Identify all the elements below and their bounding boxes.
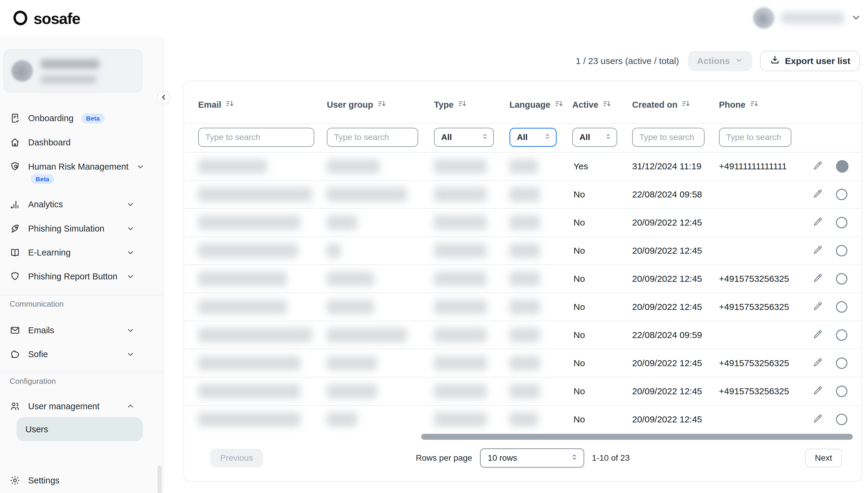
- edit-row-button[interactable]: [811, 273, 824, 285]
- edit-row-button[interactable]: [811, 244, 824, 257]
- table-row[interactable]: No20/09/2022 12:45: [184, 236, 862, 264]
- edit-row-button[interactable]: [811, 357, 824, 369]
- row-select-radio[interactable]: [836, 329, 847, 341]
- column-header-user-group[interactable]: User group: [327, 99, 386, 110]
- previous-page-button[interactable]: Previous: [210, 449, 263, 467]
- chevron-down-icon: [126, 272, 135, 281]
- sidebar-item-e-learning[interactable]: E-Learning: [0, 243, 163, 262]
- rows-per-page-select[interactable]: 10 rows: [480, 448, 584, 468]
- row-select-radio[interactable]: [836, 189, 847, 200]
- chevron-down-icon: [136, 163, 145, 171]
- edit-row-button[interactable]: [811, 188, 824, 201]
- sidebar-scrollbar-thumb[interactable]: [157, 466, 162, 493]
- table-row[interactable]: No20/09/2022 12:45: [184, 208, 862, 236]
- sort-icon[interactable]: [681, 99, 691, 110]
- redacted-cell: [198, 300, 287, 314]
- redacted-cell: [434, 215, 487, 230]
- redacted-cell: [434, 187, 487, 201]
- redacted-cell: [327, 384, 377, 399]
- sort-icon[interactable]: [750, 99, 759, 110]
- row-select-radio[interactable]: [836, 301, 847, 313]
- company-card[interactable]: [4, 49, 142, 93]
- row-select-radio[interactable]: [836, 414, 847, 425]
- redacted-cell: [434, 300, 487, 314]
- column-header-language[interactable]: Language: [509, 99, 564, 110]
- column-header-label: Language: [509, 100, 550, 110]
- table-row[interactable]: No20/09/2022 12:45+4915753256325: [184, 377, 862, 405]
- filter-email-input[interactable]: [198, 128, 314, 147]
- table-header-divider: [184, 123, 862, 124]
- table-row[interactable]: No20/09/2022 12:45+4915753256325: [184, 349, 862, 377]
- edit-row-button[interactable]: [811, 216, 824, 229]
- table-row[interactable]: No20/09/2022 12:45: [184, 405, 862, 433]
- edit-row-button[interactable]: [811, 301, 824, 313]
- table-row[interactable]: No20/09/2022 12:45+4915753256325: [184, 293, 862, 321]
- edit-row-button[interactable]: [811, 385, 824, 398]
- horizontal-scrollbar-thumb[interactable]: [421, 434, 853, 440]
- row-select-radio[interactable]: [836, 217, 847, 228]
- export-user-list-button[interactable]: Export user list: [760, 51, 860, 71]
- filter-active-select[interactable]: All: [572, 128, 617, 147]
- actions-button[interactable]: Actions: [688, 51, 752, 71]
- select-updown-icon: [571, 453, 578, 463]
- edit-row-button[interactable]: [811, 329, 824, 341]
- cell-active: No: [573, 414, 585, 425]
- edit-row-button[interactable]: [811, 160, 824, 173]
- row-select-radio[interactable]: [836, 273, 847, 284]
- column-header-created-on[interactable]: Created on: [632, 99, 691, 110]
- table-row[interactable]: No22/08/2024 09:59: [184, 321, 862, 349]
- redacted-cell: [509, 243, 540, 258]
- sort-icon[interactable]: [225, 99, 234, 110]
- select-value: All: [517, 132, 528, 142]
- pagination-controls: Rows per page 10 rows 1-10 of 23: [416, 448, 630, 468]
- sort-icon[interactable]: [602, 99, 612, 110]
- pencil-icon: [812, 217, 823, 229]
- cell-phone: +4915753256325: [719, 358, 789, 368]
- pencil-icon: [812, 301, 823, 313]
- account-menu[interactable]: [753, 4, 862, 32]
- row-select-radio[interactable]: [836, 245, 847, 256]
- sidebar-item-phishing-report-button[interactable]: Phishing Report Button: [0, 267, 163, 286]
- filter-language-select[interactable]: All: [509, 128, 557, 147]
- filter-phone-input[interactable]: [719, 128, 791, 147]
- column-header-active[interactable]: Active: [572, 99, 612, 110]
- column-header-label: Active: [572, 100, 598, 110]
- sidebar-item-analytics[interactable]: Analytics: [0, 195, 163, 214]
- redacted-cell: [198, 412, 300, 427]
- sidebar-item-users[interactable]: Users: [17, 417, 143, 441]
- filter-user-group-input[interactable]: [327, 128, 418, 147]
- row-select-radio[interactable]: [836, 386, 847, 397]
- sidebar-item-settings[interactable]: Settings: [0, 471, 163, 490]
- table-row[interactable]: No22/08/2024 09:58: [184, 180, 862, 208]
- sidebar-item-dashboard[interactable]: Dashboard: [0, 133, 163, 152]
- redacted-cell: [509, 159, 538, 173]
- column-header-label: Email: [198, 100, 221, 110]
- table-row[interactable]: No20/09/2022 12:45+4915753256325: [184, 264, 862, 293]
- sidebar-item-onboarding[interactable]: OnboardingBeta: [0, 109, 163, 127]
- sidebar-item-label: Phishing Simulation: [28, 224, 104, 234]
- filter-created-on-input[interactable]: [632, 128, 704, 147]
- row-select-radio[interactable]: [836, 160, 849, 173]
- sidebar-item-emails[interactable]: Emails: [0, 321, 163, 340]
- column-header-phone[interactable]: Phone: [719, 99, 759, 110]
- bar-chart-icon: [9, 199, 20, 210]
- sidebar-item-user-management[interactable]: User management: [0, 397, 163, 415]
- edit-row-button[interactable]: [811, 413, 824, 426]
- shield-search-icon: [9, 161, 20, 172]
- column-header-type[interactable]: Type: [434, 99, 467, 110]
- sort-icon[interactable]: [377, 99, 386, 110]
- sort-icon[interactable]: [555, 99, 564, 110]
- sort-icon[interactable]: [458, 99, 467, 110]
- next-page-button[interactable]: Next: [805, 449, 842, 467]
- redacted-cell: [509, 272, 540, 286]
- sidebar-item-sofie[interactable]: Sofie: [0, 345, 163, 363]
- column-header-email[interactable]: Email: [198, 99, 234, 110]
- row-select-radio[interactable]: [836, 358, 847, 369]
- filter-type-select[interactable]: All: [434, 128, 494, 147]
- table-row[interactable]: Yes31/12/2024 11:19+49111111111111: [184, 152, 862, 180]
- sidebar-item-phishing-simulation[interactable]: Phishing Simulation: [0, 219, 163, 238]
- sidebar-item-human-risk-management[interactable]: Human Risk Management: [0, 157, 163, 176]
- redacted-cell: [509, 384, 540, 399]
- redacted-cell: [327, 356, 377, 370]
- sidebar-collapse-button[interactable]: [157, 91, 170, 104]
